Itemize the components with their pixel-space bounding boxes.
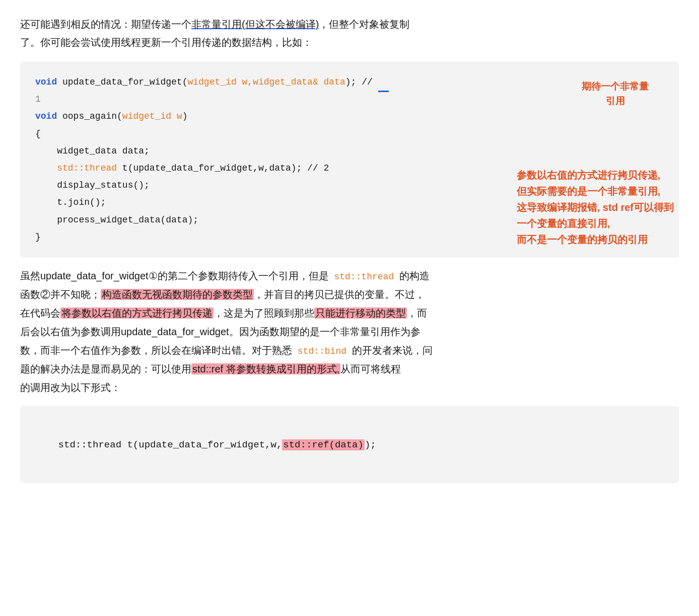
end-1: ); // <box>345 77 389 87</box>
thread-keyword: std::thread <box>35 163 117 173</box>
body-text-5: 盲目的拷贝已提供的变量 <box>274 289 385 300</box>
body-text-8: ，这是为了照顾到那些 <box>214 307 314 319</box>
params-2: widget_id w <box>122 111 182 121</box>
body-text-7: 在代码会 <box>20 307 60 319</box>
body-text-10: 后会以右值为参数调用update_data_for_widget。因为函数期望的… <box>20 326 421 337</box>
code-line-4: { <box>35 125 664 142</box>
fn-name-2: oops_again( <box>57 111 122 121</box>
intro-text-before-link: 还可能遇到相反的情况：期望传递一个 <box>20 19 191 30</box>
body-text-3: 函数②并不知晓； <box>20 289 101 300</box>
code-line-1: void update_data_for_widget(widget_id w,… <box>35 73 664 91</box>
intro-paragraph: 还可能遇到相反的情况：期望传递一个非常量引用(但这不会被编译)，但整个对象被复制… <box>20 15 679 51</box>
body-text-6: 。不过， <box>385 289 425 300</box>
annotation-1: 期待一个非常量 引用 <box>582 80 649 108</box>
body-text-1: 虽然update_data_for_widget①的第二个参数期待传入一个引用，… <box>20 270 329 281</box>
body-highlight-1: 构造函数无视函数期待的参数类型 <box>101 289 254 300</box>
fn-name-1: update_data_for_widget( <box>57 77 187 87</box>
body-text-12: 的开发者来说，问 <box>352 345 433 356</box>
thread-rest: t(update_data_for_widget,w,data); // 2 <box>117 163 329 173</box>
body-text-11: 数，而非一个右值作为参数，所以会在编译时出错。对于熟悉 <box>20 345 292 356</box>
intro-text-after-link: ，但整个对象被复制 <box>319 19 409 30</box>
body-text-13: 题的解决办法是显而易见的：可以使用 <box>20 363 191 374</box>
annotation-2: 参数以右值的方式进行拷贝传递, 但实际需要的是一个非常量引用, 这导致编译期报错… <box>517 167 674 248</box>
code-block-1: void update_data_for_widget(widget_id w,… <box>20 61 679 258</box>
code-line-num-1: 1 <box>35 91 664 108</box>
code-line-thread-2: std::thread t(update_data_for_widget,w,s… <box>35 417 664 472</box>
body-highlight-2: 将参数以右值的方式进行拷贝传递 <box>60 307 214 319</box>
intro-link: 非常量引用(但这不会被编译) <box>191 19 319 30</box>
body-text-14: 从而可将线程 <box>340 363 401 374</box>
body-highlight-4: std::ref 将参数转换成引用的形式, <box>191 363 340 374</box>
body-code-2: std::bind <box>292 346 352 356</box>
kw-void-2: void <box>35 111 57 121</box>
body-text-15: 的调用改为以下形式： <box>20 382 121 393</box>
code-line-3: void oops_again(widget_id w) <box>35 108 664 125</box>
body-text-9: ，而 <box>407 307 427 319</box>
code-line-thread-2-highlight: std::ref(data) <box>282 439 365 450</box>
body-text-2: 的构造 <box>399 270 430 281</box>
params-1: widget_id w,widget_data& data <box>187 77 345 87</box>
body-paragraph: 虽然update_data_for_widget①的第二个参数期待传入一个引用，… <box>20 267 679 398</box>
kw-void-1: void <box>35 77 57 87</box>
body-text-4: ，并 <box>254 289 274 300</box>
body-code-1: std::thread <box>329 272 399 282</box>
body-highlight-3: 只能进行移动的类型 <box>314 307 407 319</box>
code-line-5: widget_data data; <box>35 142 664 160</box>
end-2: ) <box>182 111 188 121</box>
code-line-thread-2-end: ); <box>365 439 376 450</box>
intro-text-line2: 了。你可能会尝试使用线程更新一个引用传递的数据结构，比如： <box>20 37 312 48</box>
code-block-2: std::thread t(update_data_for_widget,w,s… <box>20 406 679 483</box>
code-line-thread-2-before: std::thread t(update_data_for_widget,w, <box>58 439 283 450</box>
